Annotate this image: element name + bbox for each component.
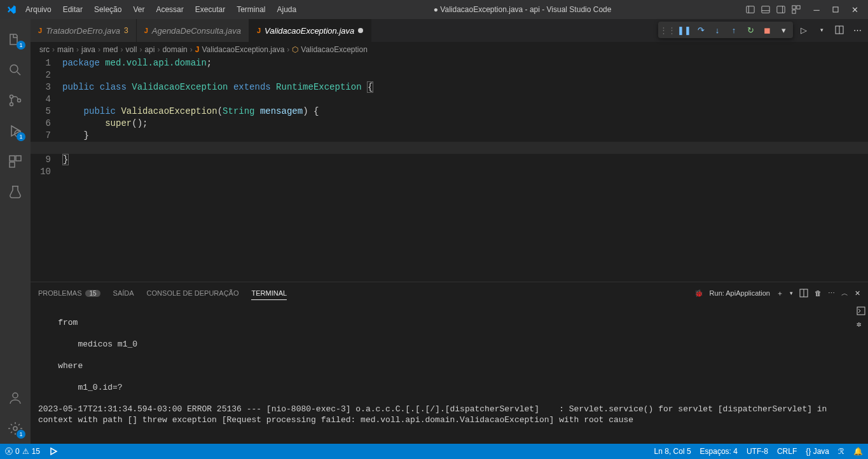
debug-step-into-icon[interactable]: ↓ (710, 23, 724, 37)
toggle-primary-sidebar-icon[interactable] (743, 3, 757, 16)
more-icon[interactable]: ⋯ (828, 289, 835, 298)
run-label[interactable]: Run: ApiApplication (710, 289, 770, 297)
code-content[interactable]: package med.voll.api.domain; public clas… (62, 57, 868, 282)
status-debug-icon[interactable] (49, 447, 58, 456)
toggle-secondary-sidebar-icon[interactable] (774, 3, 788, 16)
new-terminal-icon[interactable]: ＋ (776, 289, 783, 298)
source-control-icon[interactable] (0, 85, 31, 116)
breadcrumb-item[interactable]: ValidacaoException (301, 45, 368, 54)
code-editor[interactable]: 1 2 3 4 5 6 7 8 9 10 package med.voll.ap… (31, 57, 868, 282)
breadcrumb-item[interactable]: voll (125, 45, 137, 54)
vscode-logo-icon (5, 3, 18, 16)
svg-rect-9 (833, 7, 838, 12)
status-bar: ⓧ0 ⚠15 Ln 8, Col 5 Espaços: 4 UTF-8 CRLF… (0, 444, 868, 459)
breadcrumb-item[interactable]: main (57, 45, 74, 54)
minimize-icon[interactable]: ─ (808, 3, 825, 16)
menu-terminal[interactable]: Terminal (231, 3, 270, 17)
extensions-icon[interactable] (0, 146, 31, 177)
explorer-badge: 1 (17, 41, 25, 50)
tab-validacaoexception[interactable]: J ValidacaoException.java (249, 19, 371, 42)
svg-rect-17 (10, 156, 15, 161)
debug-toolbar[interactable]: ⋮⋮ ❚❚ ↷ ↓ ↑ ↻ ◼ ▾ (658, 22, 793, 38)
customize-layout-icon[interactable] (789, 3, 803, 16)
tab-label: AgendaDeConsulta.java (152, 26, 241, 36)
close-icon[interactable]: ✕ (846, 3, 863, 16)
status-line-col[interactable]: Ln 8, Col 5 (654, 447, 691, 456)
problems-tab[interactable]: PROBLEMAS 15 (38, 287, 100, 299)
svg-point-10 (10, 65, 18, 72)
run-debug-icon[interactable]: 1 (0, 116, 31, 146)
activity-bar: 1 1 1 (0, 19, 31, 444)
debug-console-tab[interactable]: CONSOLE DE DEPURAÇÃO (147, 287, 239, 299)
testing-icon[interactable] (0, 177, 31, 207)
svg-point-13 (10, 103, 13, 106)
terminal-side-bug-icon[interactable]: ✲ (857, 319, 865, 330)
debug-step-out-icon[interactable]: ↑ (727, 23, 741, 37)
breadcrumb-item[interactable]: src (39, 45, 50, 54)
explorer-icon[interactable]: 1 (0, 24, 31, 55)
editor-tabs: J TratadorDeErro.java 3 J AgendaDeConsul… (31, 19, 868, 42)
maximize-icon[interactable] (827, 3, 844, 16)
more-actions-icon[interactable]: ⋯ (850, 23, 864, 37)
close-panel-icon[interactable]: ✕ (855, 289, 860, 298)
bottom-panel: PROBLEMAS 15 SAÍDA CONSOLE DE DEPURAÇÃO … (31, 282, 868, 444)
split-editor-icon[interactable] (832, 23, 846, 37)
svg-rect-19 (10, 162, 15, 167)
terminal-side-icon[interactable] (857, 306, 865, 315)
status-eol[interactable]: CRLF (777, 447, 797, 456)
status-spaces[interactable]: Espaços: 4 (700, 447, 738, 456)
debug-run-icon: 🐞 (694, 289, 703, 298)
menu-editar[interactable]: Editar (58, 3, 88, 17)
menu-executar[interactable]: Executar (190, 3, 230, 17)
tab-tratadordeerro[interactable]: J TratadorDeErro.java 3 (31, 19, 137, 42)
breadcrumb-item[interactable]: domain (162, 45, 187, 54)
breadcrumbs[interactable]: src› main› java› med› voll› api› domain›… (31, 42, 868, 57)
svg-point-12 (10, 95, 13, 99)
debug-pause-icon[interactable]: ❚❚ (677, 23, 691, 37)
account-icon[interactable] (0, 383, 31, 413)
drag-grip-icon[interactable]: ⋮⋮ (661, 23, 675, 37)
svg-point-20 (13, 393, 18, 398)
status-encoding[interactable]: UTF-8 (747, 447, 768, 456)
menu-acessar[interactable]: Acessar (151, 3, 188, 17)
terminal-dropdown-icon[interactable]: ▾ (790, 290, 793, 296)
breadcrumb-item[interactable]: api (144, 45, 155, 54)
toggle-panel-icon[interactable] (759, 3, 773, 16)
menu-arquivo[interactable]: Arquivo (20, 3, 57, 17)
status-notifications-icon[interactable]: 🔔 (853, 447, 863, 456)
tab-agendadeconsulta[interactable]: J AgendaDeConsulta.java (137, 19, 249, 42)
split-terminal-icon[interactable] (799, 289, 808, 298)
panel-tabs: PROBLEMAS 15 SAÍDA CONSOLE DE DEPURAÇÃO … (31, 282, 868, 304)
terminal-tab[interactable]: TERMINAL (251, 287, 287, 300)
svg-line-11 (17, 72, 20, 75)
breadcrumb-item[interactable]: med (103, 45, 118, 54)
svg-rect-8 (792, 10, 796, 13)
run-icon[interactable]: ▷ (797, 23, 811, 37)
status-feedback-icon[interactable]: ℛ (838, 447, 844, 456)
java-file-icon: J (195, 45, 200, 54)
maximize-panel-icon[interactable]: ︿ (841, 289, 848, 298)
debug-restart-icon[interactable]: ↻ (743, 23, 757, 37)
debug-dropdown-icon[interactable]: ▾ (776, 23, 790, 37)
menu-ajuda[interactable]: Ajuda (272, 3, 302, 17)
output-tab[interactable]: SAÍDA (113, 287, 134, 299)
tab-modification-count: 3 (124, 26, 128, 35)
status-language[interactable]: {} Java (806, 447, 829, 456)
tab-label: ValidacaoException.java (265, 26, 354, 36)
breadcrumb-item[interactable]: java (81, 45, 95, 54)
svg-rect-2 (762, 6, 769, 13)
search-icon[interactable] (0, 55, 31, 85)
run-dropdown-icon[interactable]: ▾ (815, 23, 829, 37)
status-errors-warnings[interactable]: ⓧ0 ⚠15 (5, 446, 40, 457)
debug-stop-icon[interactable]: ◼ (760, 23, 774, 37)
tab-label: TratadorDeErro.java (46, 26, 120, 36)
terminal-output[interactable]: from medicos m1_0 where m1_0.id=? 2023-0… (31, 304, 868, 444)
dirty-indicator-icon (358, 28, 363, 33)
debug-step-over-icon[interactable]: ↷ (694, 23, 708, 37)
breadcrumb-item[interactable]: ValidacaoException.java (202, 45, 284, 54)
menu-selecao[interactable]: Seleção (89, 3, 127, 17)
kill-terminal-icon[interactable]: 🗑 (815, 289, 822, 297)
settings-icon[interactable]: 1 (0, 413, 31, 444)
java-file-icon: J (144, 27, 148, 34)
menu-ver[interactable]: Ver (128, 3, 149, 17)
